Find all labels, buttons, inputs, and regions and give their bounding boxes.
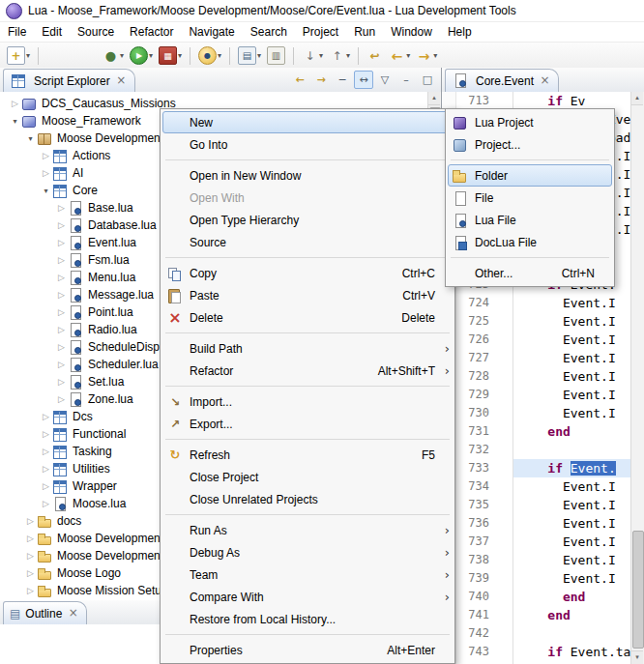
menu-item-lua-project[interactable]: Lua Project — [448, 111, 612, 133]
expand-arrow-icon[interactable]: ▷ — [56, 360, 67, 369]
menu-item-file[interactable]: File — [448, 187, 612, 209]
menu-item-new[interactable]: New› — [162, 111, 453, 133]
close-icon[interactable] — [115, 74, 128, 87]
menu-item-open-with[interactable]: Open With› — [162, 187, 453, 209]
menu-item-properties[interactable]: PropertiesAlt+Enter — [162, 639, 453, 661]
expand-arrow-icon[interactable]: ▷ — [25, 568, 36, 578]
code-line[interactable]: Event.I — [513, 331, 630, 349]
forward-icon[interactable]: → — [311, 71, 331, 89]
expand-arrow-icon[interactable]: ▷ — [25, 534, 36, 543]
code-line[interactable]: Event.I — [513, 386, 630, 404]
view-menu-icon[interactable]: ▽ — [375, 71, 395, 89]
menu-item-import[interactable]: Import... — [162, 390, 453, 413]
scrollbar-thumb[interactable] — [632, 531, 644, 649]
dropdown-arrow-icon[interactable]: ▾ — [433, 51, 437, 60]
menu-item-go-into[interactable]: Go Into — [162, 133, 453, 156]
code-line[interactable]: Event.I — [513, 514, 630, 533]
menu-item-run-as[interactable]: Run As› — [162, 519, 453, 541]
expand-arrow-icon[interactable]: ▷ — [56, 307, 67, 317]
dropdown-arrow-icon[interactable]: ▾ — [406, 51, 410, 60]
expand-arrow-icon[interactable]: ▷ — [56, 342, 67, 352]
menu-navigate[interactable]: Navigate — [181, 22, 242, 42]
code-line[interactable]: end — [513, 606, 630, 624]
link-with-editor-icon[interactable]: ↔ — [354, 71, 373, 89]
collapse-arrow-icon[interactable]: ▾ — [10, 117, 20, 126]
expand-arrow-icon[interactable]: ▷ — [25, 516, 36, 526]
collapse-all-icon[interactable]: − — [333, 71, 352, 89]
code-line[interactable]: Event.I — [513, 294, 630, 312]
menu-item-build-path[interactable]: Build Path› — [162, 337, 453, 360]
dropdown-arrow-icon[interactable]: ▾ — [319, 51, 323, 60]
code-line[interactable]: Event.I — [513, 349, 630, 367]
menu-item-close-project[interactable]: Close Project — [162, 466, 453, 488]
menu-help[interactable]: Help — [440, 22, 480, 42]
menu-item-other[interactable]: Other...Ctrl+N — [448, 262, 612, 284]
previous-annotation-button[interactable]: ▾ — [327, 45, 352, 67]
menu-item-close-unrelated-projects[interactable]: Close Unrelated Projects — [162, 488, 453, 510]
expand-arrow-icon[interactable]: ▷ — [56, 220, 67, 230]
menu-item-open-in-new-window[interactable]: Open in New Window — [162, 164, 453, 187]
expand-arrow-icon[interactable]: ▷ — [41, 168, 51, 178]
code-line[interactable]: Event.I — [513, 569, 630, 588]
new-wizard-button[interactable]: ▾ — [5, 45, 32, 67]
expand-arrow-icon[interactable]: ▷ — [56, 203, 67, 213]
code-line[interactable]: Event.I — [513, 312, 630, 331]
expand-arrow-icon[interactable]: ▷ — [56, 394, 67, 404]
menu-item-export[interactable]: Export... — [162, 413, 453, 435]
expand-arrow-icon[interactable]: ▷ — [41, 481, 51, 491]
code-line[interactable]: end — [513, 588, 630, 606]
menu-window[interactable]: Window — [383, 22, 440, 42]
code-line[interactable]: if Event. — [513, 459, 630, 477]
expand-arrow-icon[interactable]: ▷ — [41, 412, 51, 421]
next-annotation-button[interactable]: ▾ — [300, 45, 325, 67]
console-button[interactable]: ▾ — [236, 45, 263, 67]
code-line[interactable]: Event.I — [513, 477, 630, 496]
tab-core-event[interactable]: Core.Event — [445, 69, 559, 92]
menu-item-project[interactable]: Project... — [448, 133, 612, 156]
editor-scrollbar[interactable]: ▴ ▾ — [630, 92, 644, 664]
code-line[interactable]: Event.I — [513, 404, 630, 422]
collapse-arrow-icon[interactable]: ▾ — [41, 187, 51, 195]
menu-refactor[interactable]: Refactor — [122, 22, 181, 42]
menu-run[interactable]: Run — [346, 22, 383, 42]
menu-item-folder[interactable]: Folder — [448, 164, 612, 187]
search-button[interactable]: ▾ — [196, 45, 223, 67]
menu-item-open-type-hierarchy[interactable]: Open Type Hierarchy — [162, 209, 453, 231]
menu-item-paste[interactable]: PasteCtrl+V — [162, 284, 453, 306]
expand-arrow-icon[interactable]: ▷ — [41, 429, 51, 439]
expand-arrow-icon[interactable]: ▷ — [56, 238, 67, 247]
expand-arrow-icon[interactable]: ▷ — [10, 99, 20, 108]
forward-button[interactable]: ▾ — [414, 45, 439, 67]
menu-search[interactable]: Search — [243, 22, 295, 42]
menu-item-doclua-file[interactable]: DocLua File — [448, 231, 612, 253]
close-icon[interactable] — [67, 607, 79, 620]
menu-item-refresh[interactable]: RefreshF5 — [162, 444, 453, 466]
expand-arrow-icon[interactable]: ▷ — [41, 499, 51, 508]
menu-item-lua-file[interactable]: Lua File — [448, 209, 612, 231]
menu-source[interactable]: Source — [70, 22, 122, 42]
menu-edit[interactable]: Edit — [34, 22, 70, 42]
close-icon[interactable] — [539, 74, 551, 87]
expand-arrow-icon[interactable]: ▷ — [56, 290, 67, 300]
dropdown-arrow-icon[interactable]: ▾ — [346, 51, 350, 60]
menu-item-source[interactable]: Source› — [162, 231, 453, 253]
menu-file[interactable]: File — [0, 22, 34, 42]
menu-item-compare-with[interactable]: Compare With› — [162, 586, 453, 608]
expand-arrow-icon[interactable]: ▷ — [56, 325, 67, 334]
tab-script-explorer[interactable]: Script Explorer — [3, 69, 135, 92]
menu-item-refactor[interactable]: RefactorAlt+Shift+T› — [162, 360, 453, 382]
code-line[interactable]: Event.I — [513, 551, 630, 569]
external-tools-button[interactable]: ▾ — [157, 45, 184, 67]
open-task-button[interactable] — [265, 45, 287, 67]
menu-item-delete[interactable]: DeleteDelete — [162, 306, 453, 329]
code-line[interactable]: Event.I — [513, 533, 630, 551]
dropdown-arrow-icon[interactable]: ▾ — [149, 51, 153, 60]
menu-item-team[interactable]: Team› — [162, 563, 453, 586]
collapse-arrow-icon[interactable]: ▾ — [25, 134, 36, 143]
code-line[interactable] — [513, 441, 630, 459]
dropdown-arrow-icon[interactable]: ▾ — [218, 51, 221, 60]
expand-arrow-icon[interactable]: ▷ — [25, 586, 36, 595]
expand-arrow-icon[interactable]: ▷ — [56, 255, 67, 265]
code-line[interactable]: Event.I — [513, 496, 630, 514]
expand-arrow-icon[interactable]: ▷ — [41, 151, 51, 160]
